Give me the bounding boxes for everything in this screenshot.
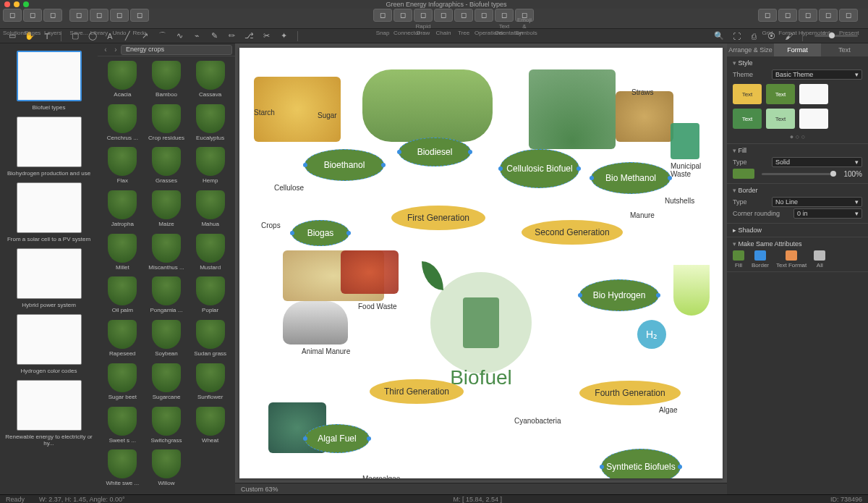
- canvas-text-label[interactable]: Algae: [659, 406, 678, 414]
- shape-library-item[interactable]: Soybean: [146, 320, 187, 360]
- shape-library-item[interactable]: Hemp: [190, 147, 231, 187]
- page-thumbnail[interactable]: [17, 182, 82, 233]
- operations-btn[interactable]: ◻: [475, 9, 493, 22]
- shape-library-item[interactable]: Miscanthus ...: [146, 234, 187, 274]
- chain-btn[interactable]: ◻: [434, 9, 453, 22]
- canvas-text-label[interactable]: Food Waste: [358, 303, 397, 310]
- redo-btn[interactable]: ◻: [130, 9, 149, 22]
- shape-library-item[interactable]: Sugar beet: [102, 363, 143, 404]
- fit-page-btn[interactable]: ⛶: [730, 30, 743, 42]
- shape-library-item[interactable]: Cassava: [190, 61, 231, 101]
- theme-preset[interactable]: Text: [766, 84, 795, 104]
- biofuel-node[interactable]: Cellulosic Biofuel: [500, 149, 579, 188]
- canvas-text-label[interactable]: Nutshells: [665, 197, 694, 205]
- shape-library-item[interactable]: Wheat: [190, 407, 231, 447]
- make-same-all[interactable]: All: [814, 250, 825, 269]
- snap-btn[interactable]: ◻: [373, 9, 392, 22]
- library-btn[interactable]: ◻: [90, 9, 109, 22]
- solutions-btn[interactable]: ◻: [3, 9, 22, 22]
- border-header[interactable]: Border: [733, 187, 862, 194]
- present-btn[interactable]: ◻: [839, 9, 858, 22]
- grid-btn[interactable]: ◻: [758, 9, 777, 22]
- make-same-text-format[interactable]: Text Format: [776, 250, 807, 269]
- canvas-text-label[interactable]: Sugar: [318, 111, 337, 119]
- library-back-btn[interactable]: ‹: [101, 45, 111, 55]
- fill-header[interactable]: Fill: [733, 147, 862, 154]
- border-type-dropdown[interactable]: No Line▾: [772, 197, 862, 207]
- canvas-text-label[interactable]: Cyanobacteria: [514, 417, 561, 425]
- theme-preset[interactable]: Text: [733, 84, 762, 104]
- canvas-text-label[interactable]: Cellulose: [274, 184, 304, 192]
- text-orientation-btn[interactable]: ◻: [495, 9, 514, 22]
- generation-node[interactable]: Second Generation: [522, 220, 623, 245]
- shape-library-item[interactable]: Rapeseed: [102, 320, 143, 360]
- shape-library-item[interactable]: Poplar: [190, 276, 231, 317]
- biofuel-node[interactable]: Synthetic Biofuels: [601, 449, 681, 478]
- page-thumbnail[interactable]: [17, 51, 82, 101]
- theme-dropdown[interactable]: Basic Theme▾: [772, 69, 862, 80]
- h2-icon[interactable]: H₂: [637, 320, 666, 349]
- shape-library-item[interactable]: Jatropha: [102, 190, 143, 231]
- make-same-fill[interactable]: Fill: [733, 250, 744, 269]
- bin-illustration[interactable]: [671, 123, 699, 159]
- biofuel-node[interactable]: Biogas: [292, 220, 349, 246]
- library-fwd-btn[interactable]: ›: [111, 45, 121, 55]
- fill-color-swatch[interactable]: [733, 169, 754, 179]
- theme-preset[interactable]: [799, 109, 828, 129]
- shape-library-item[interactable]: Oil palm: [102, 276, 143, 317]
- style-header[interactable]: Style: [733, 59, 862, 67]
- biofuel-node[interactable]: Bioethanol: [305, 149, 384, 181]
- theme-preset[interactable]: Text: [733, 109, 762, 129]
- close-window-btn[interactable]: [4, 1, 10, 7]
- shape-library-item[interactable]: Flax: [102, 147, 143, 187]
- format-btn[interactable]: ◻: [778, 9, 797, 22]
- corner-rounding-input[interactable]: 0 in▾: [793, 208, 862, 219]
- pencil-tool[interactable]: ✏: [225, 30, 238, 42]
- cow-illustration[interactable]: [283, 301, 348, 345]
- canvas-text-label[interactable]: Starch: [254, 109, 275, 117]
- straws-illustration[interactable]: [616, 91, 673, 142]
- hypernote-btn[interactable]: ◻: [799, 9, 817, 22]
- page-thumbnail[interactable]: [17, 248, 82, 299]
- canvas-text-label[interactable]: Animal Manure: [302, 347, 350, 355]
- zoom-level-dropdown[interactable]: Custom 63%: [241, 486, 278, 493]
- layers-btn[interactable]: ◻: [43, 9, 62, 22]
- connector-btn[interactable]: ◻: [393, 9, 412, 22]
- inspector-tab-arrange-size[interactable]: Arrange & Size: [727, 43, 774, 56]
- page-thumbnail[interactable]: [17, 314, 82, 365]
- shape-library-item[interactable]: Cenchrus ...: [102, 104, 143, 145]
- biofuel-node[interactable]: Biodiesel: [399, 138, 471, 166]
- save-btn[interactable]: ◻: [69, 9, 88, 22]
- shape-library-item[interactable]: Mustard: [190, 234, 231, 274]
- shape-library-item[interactable]: Millet: [102, 234, 143, 274]
- generation-node[interactable]: Fourth Generation: [579, 381, 681, 405]
- shape-library-item[interactable]: Eucalyptus: [190, 104, 231, 145]
- shape-library-item[interactable]: Crop residues: [146, 104, 187, 145]
- canvas-text-label[interactable]: Macroalgae: [362, 475, 400, 478]
- wand-tool[interactable]: ✦: [277, 30, 290, 42]
- biofuel-pump-icon[interactable]: [430, 272, 532, 373]
- biofuel-node[interactable]: Algal Fuel: [305, 424, 370, 453]
- make-same-border[interactable]: Border: [752, 250, 769, 269]
- pages-btn[interactable]: ◻: [23, 9, 42, 22]
- shape-library-item[interactable]: Sunflower: [190, 363, 231, 404]
- canvas-text-label[interactable]: Municipal Waste: [671, 162, 723, 178]
- shape-library-item[interactable]: Bamboo: [146, 61, 187, 101]
- shape-library-item[interactable]: Sweet s ...: [102, 407, 143, 447]
- canvas-text-label[interactable]: Manure: [630, 211, 655, 219]
- flask-illustration[interactable]: [673, 265, 710, 316]
- generation-node[interactable]: First Generation: [391, 206, 485, 230]
- biofuel-node[interactable]: Bio Hydrogen: [579, 279, 659, 311]
- fill-opacity-slider[interactable]: [762, 173, 836, 175]
- theme-preset[interactable]: Text: [766, 109, 795, 129]
- bezier-tool[interactable]: ⎇: [242, 30, 255, 42]
- inspector-tab-text[interactable]: Text: [821, 43, 868, 56]
- foodwaste-illustration[interactable]: [341, 250, 399, 294]
- polyline-tool[interactable]: ⌁: [190, 30, 203, 42]
- shape-library-item[interactable]: White swe ...: [102, 449, 143, 490]
- shape-library-item[interactable]: Grasses: [146, 147, 187, 187]
- canvas-text-label[interactable]: Straws: [631, 88, 654, 96]
- spline-tool[interactable]: ∿: [173, 30, 186, 42]
- shape-library-item[interactable]: Sudan grass: [190, 320, 231, 360]
- scissors-tool[interactable]: ✂: [260, 30, 273, 42]
